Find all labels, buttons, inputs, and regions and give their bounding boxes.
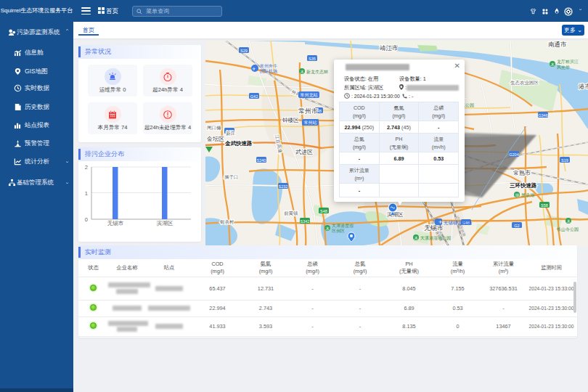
svg-text:大溪港湿地公园: 大溪港湿地公园	[420, 235, 451, 241]
svg-text:S240: S240	[257, 158, 266, 163]
svg-text:0: 0	[85, 216, 88, 223]
svg-text:三环快速路: 三环快速路	[510, 182, 537, 189]
svg-text:✈: ✈	[252, 67, 256, 71]
svg-text:无锡市: 无锡市	[424, 224, 444, 232]
svg-text:区例区: 区例区	[332, 228, 345, 234]
svg-text:木: 木	[551, 62, 555, 67]
svg-text:木: 木	[415, 236, 419, 240]
svg-text:金坛区: 金坛区	[206, 136, 224, 142]
svg-text:无锡硕放机场: 无锡硕放机场	[444, 220, 472, 226]
svg-text:木: 木	[301, 70, 305, 74]
svg-text:S35: S35	[309, 57, 316, 61]
svg-text:搁子口: 搁子口	[224, 174, 239, 180]
svg-text:武进区: 武进区	[295, 149, 313, 155]
svg-text:常州站: 常州站	[304, 121, 317, 126]
svg-text:国际机场: 国际机场	[260, 68, 277, 74]
svg-text:昆承湖: 昆承湖	[521, 193, 534, 198]
svg-text:木: 木	[567, 219, 571, 224]
svg-text:1: 1	[85, 190, 88, 197]
svg-text:S232: S232	[279, 184, 288, 189]
svg-text:龙厅粮滨江: 龙厅粮滨江	[557, 59, 579, 64]
svg-text:靖江市: 靖江市	[380, 44, 399, 52]
svg-text:S48: S48	[320, 209, 327, 213]
svg-text:闸口樾: 闸口樾	[207, 125, 221, 131]
svg-text:港市: 港市	[579, 83, 588, 90]
svg-text:常州北站: 常州北站	[301, 92, 318, 98]
svg-text:新庄: 新庄	[226, 131, 236, 136]
svg-text:新龙生态林: 新龙生态林	[306, 69, 329, 74]
svg-text:G2: G2	[514, 224, 519, 228]
svg-text:银杏村: 银杏村	[219, 219, 234, 225]
svg-text:生态农业园区: 生态农业园区	[510, 80, 539, 85]
svg-text:S342: S342	[301, 219, 310, 224]
svg-text:2: 2	[85, 164, 88, 171]
svg-text:木: 木	[326, 226, 330, 231]
svg-text:滨湖区: 滨湖区	[387, 211, 404, 218]
svg-text:G346: G346	[538, 113, 547, 118]
svg-text:金武快速路: 金武快速路	[224, 140, 253, 147]
svg-text:常州市: 常州市	[298, 107, 318, 115]
svg-text:G204: G204	[509, 152, 518, 157]
svg-text:前黄镇: 前黄镇	[284, 211, 298, 216]
svg-text:G42: G42	[250, 94, 258, 99]
svg-text:钟楼区: 钟楼区	[282, 117, 299, 123]
svg-text:风光带: 风光带	[557, 65, 570, 70]
svg-text:滨湖区: 滨湖区	[157, 220, 173, 226]
svg-text:湖: 湖	[515, 193, 520, 197]
svg-text:S58: S58	[541, 203, 548, 208]
svg-text:无锡市: 无锡市	[107, 220, 124, 226]
svg-text:常熟市: 常熟市	[513, 170, 531, 176]
svg-text:铁山寺公园: 铁山寺公园	[556, 226, 579, 232]
svg-text:S19: S19	[561, 158, 568, 163]
svg-text:大潭港度假: 大潭港度假	[332, 223, 354, 229]
svg-text:南通市: 南通市	[548, 41, 567, 48]
svg-text:S29: S29	[240, 49, 248, 53]
svg-text:✈: ✈	[438, 220, 442, 224]
svg-text:常州奔牛: 常州奔牛	[260, 64, 277, 68]
